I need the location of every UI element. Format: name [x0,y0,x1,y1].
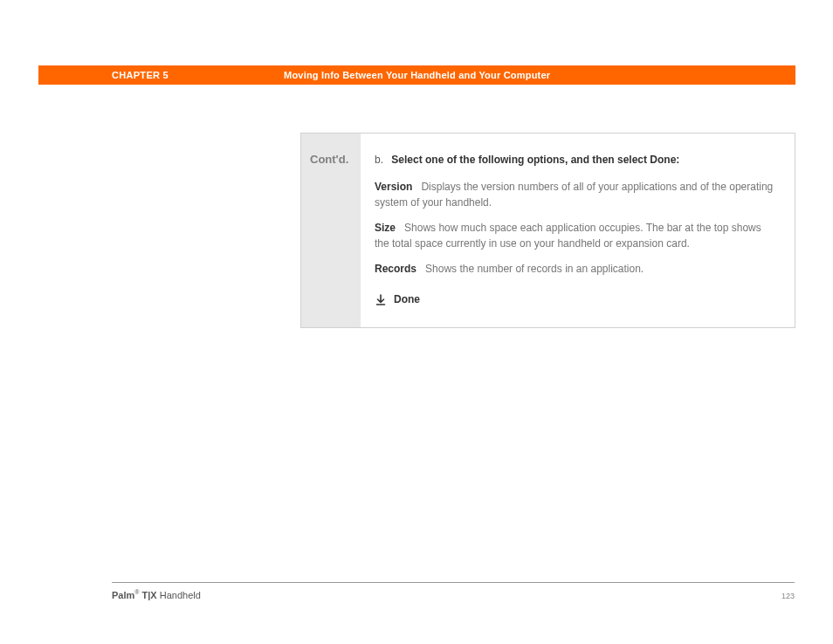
option-title: Records [375,263,416,275]
chapter-header-bar: CHAPTER 5 Moving Info Between Your Handh… [38,65,795,85]
chapter-label: CHAPTER 5 [112,70,169,80]
option-item: Size Shows how much space each applicati… [375,221,775,251]
option-title: Version [375,181,412,193]
step-letter: b. [375,153,389,168]
instruction-content: b. Select one of the following options, … [361,134,795,327]
option-desc: Shows how much space each application oc… [375,222,761,249]
option-desc: Shows the number of records in an applic… [425,263,644,275]
continued-column: Cont'd. [301,134,361,327]
option-item: Version Displays the version numbers of … [375,180,775,210]
done-download-icon [375,294,387,306]
suffix: Handheld [157,590,201,600]
continued-label: Cont'd. [310,153,361,166]
footer-rule [112,582,795,583]
page-footer: Palm® T|X Handheld 123 [112,589,795,600]
step-text: Select one of the following options, and… [391,154,679,166]
done-row: Done [375,292,775,307]
done-label: Done [394,292,420,307]
instruction-box: Cont'd. b. Select one of the following o… [300,133,795,328]
product-name: Palm® T|X Handheld [112,589,201,600]
page-number: 123 [781,592,795,600]
step-line: b. Select one of the following options, … [375,153,775,168]
option-desc: Displays the version numbers of all of y… [375,181,773,208]
chapter-title: Moving Info Between Your Handheld and Yo… [284,70,550,80]
brand: Palm [112,590,134,600]
option-item: Records Shows the number of records in a… [375,262,775,277]
model: T|X [139,590,156,600]
option-title: Size [375,222,396,234]
